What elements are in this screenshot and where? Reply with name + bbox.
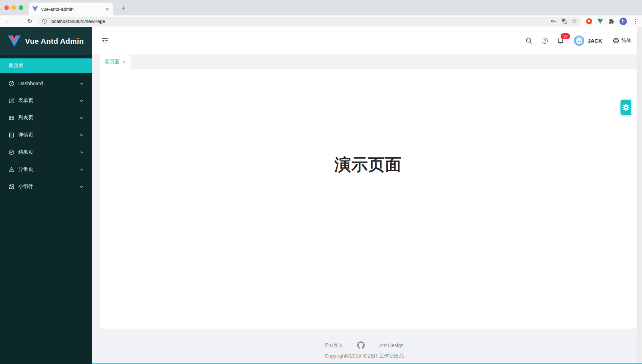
- globe-icon: [613, 38, 619, 44]
- screen: vue-antd-admin × + ← → ↻ i localhost:808…: [0, 0, 642, 364]
- github-icon[interactable]: [357, 341, 365, 349]
- vue-antd-admin-app: Vue Antd Admin 新页面 Dashboard: [0, 27, 642, 364]
- extensions-area: h ⋮: [586, 18, 642, 25]
- sidebar-item-result[interactable]: 结果页: [0, 145, 92, 159]
- reload-button[interactable]: ↻: [24, 18, 35, 25]
- svg-text:文: 文: [564, 21, 566, 24]
- gear-icon: [622, 104, 630, 111]
- back-button[interactable]: ←: [3, 18, 14, 25]
- forward-button: →: [14, 18, 24, 25]
- appstore-icon: [9, 184, 14, 190]
- app-logo[interactable]: Vue Antd Admin: [0, 27, 92, 55]
- menu-fold-icon[interactable]: [101, 38, 109, 44]
- warning-icon: [9, 167, 14, 172]
- chevron-down-icon: [80, 82, 83, 85]
- sidebar-menu: 新页面 Dashboard: [0, 55, 92, 364]
- footer-link-home[interactable]: Pro首页: [325, 342, 343, 349]
- maximize-window-button[interactable]: [19, 5, 23, 10]
- page-tabbar: 新页面 ×: [92, 54, 637, 69]
- page-content: 演示页面: [100, 69, 637, 329]
- check-circle-icon: [9, 149, 14, 155]
- new-tab-button[interactable]: +: [118, 4, 128, 14]
- footer-links: Pro首页 Ant Design: [325, 341, 403, 349]
- profile-icon: [9, 132, 14, 138]
- app-header: ? 12 JACK: [92, 27, 637, 54]
- vue-devtools-icon[interactable]: [597, 19, 603, 24]
- translate-icon[interactable]: G 文: [561, 18, 567, 24]
- chevron-down-icon: [80, 151, 83, 154]
- address-bar[interactable]: i localhost:8080/#/newPage G 文 ☆: [38, 17, 581, 26]
- footer-link-antd[interactable]: Ant Design: [379, 343, 403, 348]
- user-avatar: [574, 35, 584, 46]
- sidebar-item-list[interactable]: 列表页: [0, 111, 92, 125]
- notification-bell-icon[interactable]: 12: [557, 37, 564, 44]
- extensions-puzzle-icon[interactable]: [608, 18, 614, 24]
- browser-tabstrip: vue-antd-admin × +: [0, 0, 642, 15]
- form-icon: [9, 98, 14, 104]
- theme-settings-button[interactable]: [621, 100, 631, 115]
- sidebar: Vue Antd Admin 新页面 Dashboard: [0, 27, 92, 364]
- browser-toolbar: ← → ↻ i localhost:8080/#/newPage G 文 ☆: [0, 15, 642, 27]
- language-label: 简体: [621, 38, 631, 44]
- main-area: ? 12 JACK: [92, 27, 637, 364]
- bookmark-star-icon[interactable]: ☆: [572, 18, 577, 24]
- user-menu[interactable]: JACK: [574, 35, 602, 46]
- extension-orange-icon[interactable]: [586, 18, 592, 24]
- page-title: 演示页面: [335, 154, 402, 176]
- app-title: Vue Antd Admin: [25, 37, 84, 46]
- language-selector[interactable]: 简体: [613, 38, 631, 44]
- search-icon[interactable]: [526, 37, 532, 44]
- browser-tab[interactable]: vue-antd-admin ×: [29, 3, 113, 15]
- sidebar-item-form[interactable]: 表单页: [0, 94, 92, 108]
- sidebar-item-exception[interactable]: 异常页: [0, 162, 92, 177]
- sidebar-item-widgets[interactable]: 小组件: [0, 179, 92, 194]
- close-window-button[interactable]: [4, 5, 9, 10]
- browser-tab-title: vue-antd-admin: [41, 6, 105, 12]
- copyright: Copyright©2018 ICZER 工作室出品: [325, 353, 404, 359]
- username: JACK: [588, 38, 602, 44]
- minimize-window-button[interactable]: [11, 5, 16, 10]
- chevron-down-icon: [80, 117, 83, 119]
- vue-logo-icon: [8, 35, 21, 47]
- vue-favicon-icon: [32, 6, 38, 11]
- notification-badge: 12: [560, 33, 570, 39]
- password-key-icon[interactable]: [551, 18, 556, 24]
- header-actions: ? 12 JACK: [526, 35, 631, 46]
- chevron-down-icon: [80, 134, 83, 136]
- chevron-down-icon: [80, 100, 83, 102]
- sidebar-item-new-page[interactable]: 新页面: [0, 58, 92, 73]
- help-icon[interactable]: ?: [542, 38, 548, 44]
- app-footer: Pro首页 Ant Design Copyright©2018 ICZER 工作…: [92, 329, 637, 364]
- page-tab-new-page[interactable]: 新页面 ×: [100, 54, 131, 69]
- chevron-down-icon: [80, 186, 83, 188]
- chevron-down-icon: [80, 168, 83, 171]
- browser-menu-icon[interactable]: ⋮: [633, 18, 638, 25]
- sidebar-item-detail[interactable]: 详情页: [0, 128, 92, 142]
- table-icon: [9, 115, 14, 121]
- tab-close-icon[interactable]: ×: [105, 6, 110, 12]
- dashboard-icon: [9, 81, 14, 86]
- sidebar-item-dashboard[interactable]: Dashboard: [0, 76, 92, 91]
- browser-scrollbar[interactable]: [637, 27, 642, 364]
- tab-close-icon[interactable]: ×: [123, 59, 126, 64]
- browser-profile-avatar[interactable]: h: [619, 18, 627, 25]
- site-info-icon[interactable]: i: [42, 19, 47, 24]
- url-text[interactable]: localhost:8080/#/newPage: [51, 19, 546, 24]
